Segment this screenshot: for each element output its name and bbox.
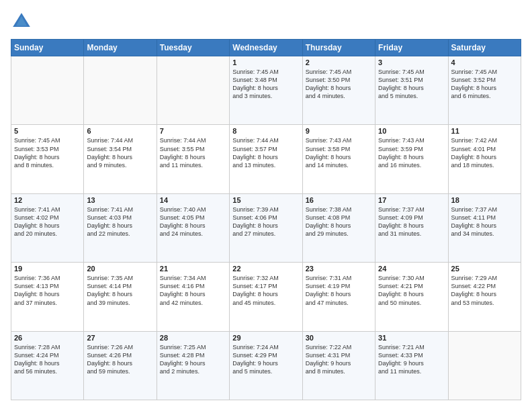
calendar-cell: 6Sunrise: 7:44 AM Sunset: 3:54 PM Daylig…	[84, 125, 157, 193]
weekday-header-friday: Friday	[375, 40, 448, 56]
calendar-cell: 20Sunrise: 7:35 AM Sunset: 4:14 PM Dayli…	[84, 263, 157, 331]
calendar-cell: 3Sunrise: 7:45 AM Sunset: 3:51 PM Daylig…	[375, 56, 448, 125]
day-number: 22	[232, 265, 299, 273]
day-number: 10	[378, 127, 445, 135]
day-number: 28	[160, 334, 226, 342]
day-number: 27	[87, 334, 153, 342]
day-info: Sunrise: 7:42 AM Sunset: 4:01 PM Dayligh…	[451, 136, 518, 169]
day-info: Sunrise: 7:44 AM Sunset: 3:55 PM Dayligh…	[160, 136, 226, 169]
day-number: 30	[306, 334, 372, 342]
calendar-cell: 14Sunrise: 7:40 AM Sunset: 4:05 PM Dayli…	[157, 193, 229, 262]
calendar-body: 1Sunrise: 7:45 AM Sunset: 3:48 PM Daylig…	[11, 56, 521, 400]
day-info: Sunrise: 7:43 AM Sunset: 3:59 PM Dayligh…	[378, 136, 445, 169]
day-number: 17	[378, 196, 445, 204]
calendar-cell: 31Sunrise: 7:21 AM Sunset: 4:33 PM Dayli…	[375, 331, 448, 400]
calendar-week-4: 19Sunrise: 7:36 AM Sunset: 4:13 PM Dayli…	[11, 263, 521, 331]
day-info: Sunrise: 7:26 AM Sunset: 4:26 PM Dayligh…	[87, 343, 153, 376]
weekday-header-saturday: Saturday	[448, 40, 521, 56]
calendar-week-1: 1Sunrise: 7:45 AM Sunset: 3:48 PM Daylig…	[11, 56, 521, 125]
day-info: Sunrise: 7:32 AM Sunset: 4:17 PM Dayligh…	[232, 274, 299, 307]
calendar-cell: 13Sunrise: 7:41 AM Sunset: 4:03 PM Dayli…	[84, 193, 157, 262]
day-number: 20	[87, 265, 153, 273]
logo	[11, 11, 35, 32]
calendar-cell: 15Sunrise: 7:39 AM Sunset: 4:06 PM Dayli…	[230, 193, 302, 262]
day-info: Sunrise: 7:41 AM Sunset: 4:03 PM Dayligh…	[87, 205, 153, 238]
day-number: 4	[451, 58, 518, 66]
day-info: Sunrise: 7:45 AM Sunset: 3:53 PM Dayligh…	[14, 136, 81, 169]
calendar-cell: 21Sunrise: 7:34 AM Sunset: 4:16 PM Dayli…	[157, 263, 229, 331]
day-info: Sunrise: 7:37 AM Sunset: 4:09 PM Dayligh…	[378, 205, 445, 238]
calendar-cell: 4Sunrise: 7:45 AM Sunset: 3:52 PM Daylig…	[448, 56, 521, 125]
weekday-row: SundayMondayTuesdayWednesdayThursdayFrid…	[11, 40, 521, 56]
day-number: 18	[451, 196, 518, 204]
calendar-header: SundayMondayTuesdayWednesdayThursdayFrid…	[11, 40, 521, 56]
day-info: Sunrise: 7:37 AM Sunset: 4:11 PM Dayligh…	[451, 205, 518, 238]
calendar-cell: 2Sunrise: 7:45 AM Sunset: 3:50 PM Daylig…	[302, 56, 375, 125]
day-info: Sunrise: 7:35 AM Sunset: 4:14 PM Dayligh…	[87, 274, 153, 307]
weekday-header-wednesday: Wednesday	[230, 40, 302, 56]
day-number: 23	[306, 265, 372, 273]
calendar-cell: 28Sunrise: 7:25 AM Sunset: 4:28 PM Dayli…	[157, 331, 229, 400]
calendar-cell: 27Sunrise: 7:26 AM Sunset: 4:26 PM Dayli…	[84, 331, 157, 400]
calendar-cell: 1Sunrise: 7:45 AM Sunset: 3:48 PM Daylig…	[230, 56, 302, 125]
day-number: 19	[14, 265, 81, 273]
calendar-cell	[157, 56, 229, 125]
calendar-week-5: 26Sunrise: 7:28 AM Sunset: 4:24 PM Dayli…	[11, 331, 521, 400]
calendar-cell: 24Sunrise: 7:30 AM Sunset: 4:21 PM Dayli…	[375, 263, 448, 331]
day-info: Sunrise: 7:31 AM Sunset: 4:19 PM Dayligh…	[306, 274, 372, 307]
day-info: Sunrise: 7:21 AM Sunset: 4:33 PM Dayligh…	[378, 343, 445, 376]
day-info: Sunrise: 7:25 AM Sunset: 4:28 PM Dayligh…	[160, 343, 226, 376]
day-info: Sunrise: 7:45 AM Sunset: 3:50 PM Dayligh…	[306, 68, 372, 101]
day-info: Sunrise: 7:29 AM Sunset: 4:22 PM Dayligh…	[451, 274, 518, 307]
weekday-header-thursday: Thursday	[302, 40, 375, 56]
calendar-cell: 17Sunrise: 7:37 AM Sunset: 4:09 PM Dayli…	[375, 193, 448, 262]
calendar-cell	[448, 331, 521, 400]
calendar-cell: 30Sunrise: 7:22 AM Sunset: 4:31 PM Dayli…	[302, 331, 375, 400]
day-info: Sunrise: 7:39 AM Sunset: 4:06 PM Dayligh…	[232, 205, 299, 238]
calendar-cell: 26Sunrise: 7:28 AM Sunset: 4:24 PM Dayli…	[11, 331, 84, 400]
day-number: 31	[378, 334, 445, 342]
day-info: Sunrise: 7:24 AM Sunset: 4:29 PM Dayligh…	[232, 343, 299, 376]
day-number: 29	[232, 334, 299, 342]
day-info: Sunrise: 7:41 AM Sunset: 4:02 PM Dayligh…	[14, 205, 81, 238]
day-number: 3	[378, 58, 445, 66]
day-info: Sunrise: 7:44 AM Sunset: 3:54 PM Dayligh…	[87, 136, 153, 169]
calendar-cell: 9Sunrise: 7:43 AM Sunset: 3:58 PM Daylig…	[302, 125, 375, 193]
day-number: 7	[160, 127, 226, 135]
calendar-week-2: 5Sunrise: 7:45 AM Sunset: 3:53 PM Daylig…	[11, 125, 521, 193]
day-number: 1	[232, 58, 299, 66]
page: SundayMondayTuesdayWednesdayThursdayFrid…	[0, 0, 532, 411]
day-number: 21	[160, 265, 226, 273]
calendar-cell: 29Sunrise: 7:24 AM Sunset: 4:29 PM Dayli…	[230, 331, 302, 400]
calendar-cell: 19Sunrise: 7:36 AM Sunset: 4:13 PM Dayli…	[11, 263, 84, 331]
day-number: 13	[87, 196, 153, 204]
calendar-table: SundayMondayTuesdayWednesdayThursdayFrid…	[11, 39, 521, 400]
calendar-cell	[84, 56, 157, 125]
day-number: 9	[306, 127, 372, 135]
day-number: 15	[232, 196, 299, 204]
day-number: 25	[451, 265, 518, 273]
logo-icon	[11, 11, 32, 32]
calendar-cell: 10Sunrise: 7:43 AM Sunset: 3:59 PM Dayli…	[375, 125, 448, 193]
calendar-cell: 25Sunrise: 7:29 AM Sunset: 4:22 PM Dayli…	[448, 263, 521, 331]
day-number: 11	[451, 127, 518, 135]
calendar-cell: 23Sunrise: 7:31 AM Sunset: 4:19 PM Dayli…	[302, 263, 375, 331]
weekday-header-tuesday: Tuesday	[157, 40, 229, 56]
calendar-cell: 8Sunrise: 7:44 AM Sunset: 3:57 PM Daylig…	[230, 125, 302, 193]
calendar-cell: 11Sunrise: 7:42 AM Sunset: 4:01 PM Dayli…	[448, 125, 521, 193]
calendar-week-3: 12Sunrise: 7:41 AM Sunset: 4:02 PM Dayli…	[11, 193, 521, 262]
calendar-cell: 7Sunrise: 7:44 AM Sunset: 3:55 PM Daylig…	[157, 125, 229, 193]
calendar-cell: 16Sunrise: 7:38 AM Sunset: 4:08 PM Dayli…	[302, 193, 375, 262]
header	[11, 11, 521, 32]
day-number: 12	[14, 196, 81, 204]
day-info: Sunrise: 7:45 AM Sunset: 3:48 PM Dayligh…	[232, 68, 299, 101]
day-number: 2	[306, 58, 372, 66]
calendar-cell: 5Sunrise: 7:45 AM Sunset: 3:53 PM Daylig…	[11, 125, 84, 193]
day-info: Sunrise: 7:44 AM Sunset: 3:57 PM Dayligh…	[232, 136, 299, 169]
weekday-header-sunday: Sunday	[11, 40, 84, 56]
day-number: 6	[87, 127, 153, 135]
calendar-cell: 22Sunrise: 7:32 AM Sunset: 4:17 PM Dayli…	[230, 263, 302, 331]
day-info: Sunrise: 7:30 AM Sunset: 4:21 PM Dayligh…	[378, 274, 445, 307]
day-number: 16	[306, 196, 372, 204]
day-info: Sunrise: 7:38 AM Sunset: 4:08 PM Dayligh…	[306, 205, 372, 238]
